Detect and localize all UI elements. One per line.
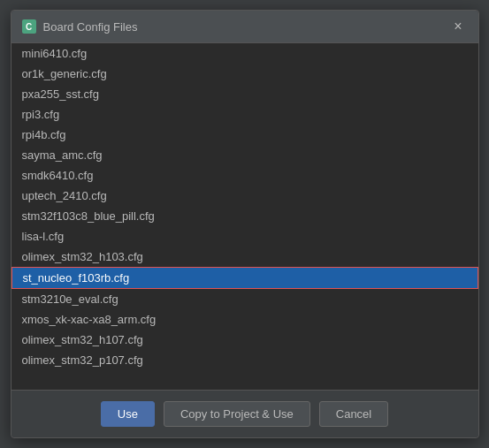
list-item[interactable]: sayma_amc.cfg (11, 145, 478, 165)
list-item[interactable]: olimex_stm32_p107.cfg (11, 350, 478, 370)
title-bar-left: C Board Config Files (22, 19, 138, 34)
list-item[interactable]: lisa-l.cfg (11, 226, 478, 247)
list-item[interactable]: st_nucleo_f103rb.cfg (11, 267, 478, 289)
use-button[interactable]: Use (101, 401, 155, 427)
list-item[interactable]: smdk6410.cfg (11, 165, 478, 186)
list-item[interactable]: rpi4b.cfg (11, 125, 478, 145)
list-item[interactable]: uptech_2410.cfg (11, 186, 478, 206)
list-item[interactable]: olimex_stm32_h107.cfg (11, 330, 478, 350)
dialog: C Board Config Files × mini6410.cfgor1k_… (11, 10, 479, 438)
list-item[interactable]: or1k_generic.cfg (11, 64, 478, 84)
list-item[interactable]: mini6410.cfg (11, 43, 478, 64)
list-item[interactable]: stm32f103c8_blue_pill.cfg (11, 206, 478, 226)
list-item[interactable]: stm3210e_eval.cfg (11, 289, 478, 309)
cancel-button[interactable]: Cancel (319, 401, 388, 427)
file-list-container: mini6410.cfgor1k_generic.cfgpxa255_sst.c… (11, 43, 478, 390)
close-button[interactable]: × (448, 18, 467, 35)
copy-to-project-button[interactable]: Copy to Project & Use (164, 401, 310, 427)
button-bar: Use Copy to Project & Use Cancel (11, 390, 478, 437)
list-item[interactable]: xmos_xk-xac-xa8_arm.cfg (11, 309, 478, 330)
list-item[interactable]: olimex_stm32_h103.cfg (11, 247, 478, 267)
title-bar: C Board Config Files × (11, 11, 478, 43)
list-item[interactable]: pxa255_sst.cfg (11, 84, 478, 104)
list-item[interactable]: rpi3.cfg (11, 104, 478, 125)
app-icon: C (22, 19, 36, 34)
dialog-title: Board Config Files (43, 20, 138, 34)
